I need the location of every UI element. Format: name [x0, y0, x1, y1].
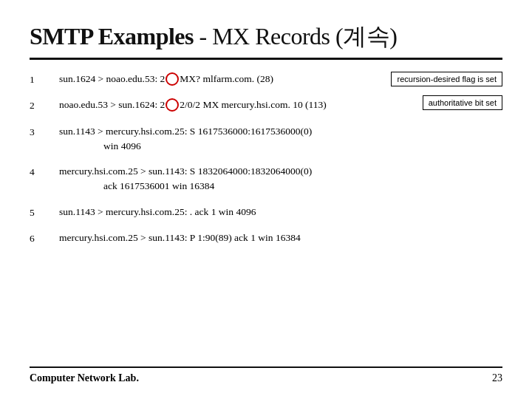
page: SMTP Examples - MX Records (계속) recursio…: [0, 0, 532, 399]
row-4: 4 mercury.hsi.com.25 > sun.1143: S 18320…: [30, 164, 502, 194]
row-4-content: mercury.hsi.com.25 > sun.1143: S 1832064…: [59, 164, 502, 194]
row-2-num: 2: [30, 98, 59, 113]
row-6-num: 6: [30, 231, 59, 246]
title-sub: - MX Records (계속): [199, 23, 397, 50]
row-3: 3 sun.1143 > mercury.hsi.com.25: S 16175…: [30, 124, 502, 154]
row-3-content: sun.1143 > mercury.hsi.com.25: S 1617536…: [59, 124, 502, 154]
row-2-content: noao.edu.53 > sun.1624: 22/0/2 MX mercur…: [59, 98, 502, 113]
row-5-content: sun.1143 > mercury.hsi.com.25: . ack 1 w…: [59, 205, 502, 220]
row-3-num: 3: [30, 124, 59, 154]
content-area: recursion-desired flag is set authoritat…: [30, 72, 502, 246]
row-5-num: 5: [30, 205, 59, 220]
row-1: 1 sun.1624 > noao.edu.53: 2MX? mlfarm.co…: [30, 72, 502, 87]
row-2: 2 noao.edu.53 > sun.1624: 22/0/2 MX merc…: [30, 98, 502, 113]
circle-annotation-2: [166, 98, 179, 112]
footer-page: 23: [492, 372, 502, 384]
page-title: SMTP Examples - MX Records (계속): [30, 21, 502, 53]
row-6: 6 mercury.hsi.com.25 > sun.1143: P 1:90(…: [30, 231, 502, 246]
row-4-num: 4: [30, 164, 59, 194]
footer-lab: Computer Network Lab.: [30, 372, 139, 384]
row-5: 5 sun.1143 > mercury.hsi.com.25: . ack 1…: [30, 205, 502, 220]
row-3-sub: win 4096: [59, 140, 141, 151]
row-4-sub: ack 1617536001 win 16384: [59, 180, 214, 191]
row-1-content: sun.1624 > noao.edu.53: 2MX? mlfarm.com.…: [59, 72, 502, 87]
circle-annotation-1: [166, 72, 179, 86]
row-6-content: mercury.hsi.com.25 > sun.1143: P 1:90(89…: [59, 231, 502, 246]
title-divider: [30, 58, 502, 60]
title-main: SMTP Examples: [30, 23, 194, 50]
footer: Computer Network Lab. 23: [30, 366, 502, 384]
row-1-num: 1: [30, 72, 59, 87]
